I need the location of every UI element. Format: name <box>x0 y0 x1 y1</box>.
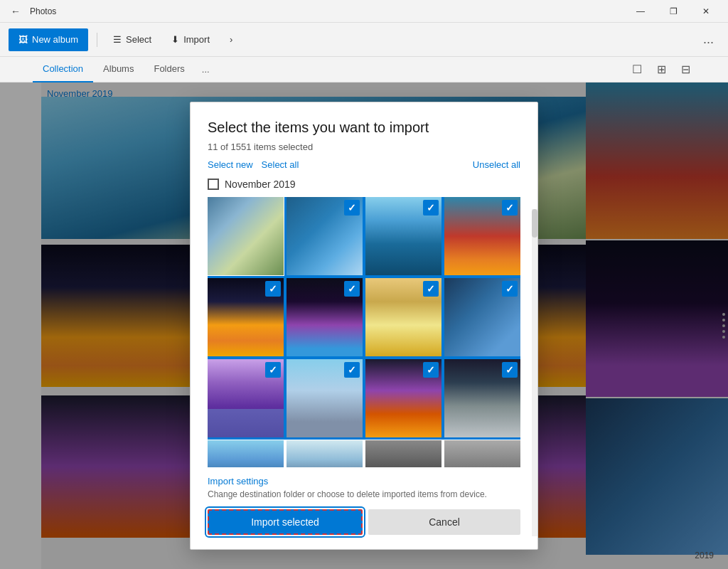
import-settings-link[interactable]: Import settings <box>208 476 520 486</box>
photo-item[interactable] <box>287 440 363 467</box>
app-toolbar: 🖼 New album ☰ Select ⬇ Import › ... <box>0 23 728 57</box>
selection-checkmark: ✓ <box>265 362 281 378</box>
selection-checkmark: ✓ <box>344 362 360 378</box>
unselect-all-link[interactable]: Unselect all <box>473 159 520 170</box>
more-button[interactable]: ... <box>697 29 719 50</box>
window-controls: — ❐ ✕ <box>624 0 722 23</box>
photo-item[interactable]: ✓ <box>208 359 284 437</box>
main-content: November 2019 2019 <box>0 83 728 569</box>
selection-checkmark: ✓ <box>502 281 518 297</box>
view-grid-button[interactable]: ⊞ <box>651 60 671 80</box>
photo-item[interactable]: ✓ <box>444 278 520 356</box>
close-button[interactable]: ✕ <box>690 0 722 23</box>
select-label: Select <box>126 34 151 45</box>
nav-tabs: Collection Albums Folders ... ☐ ⊞ ⊟ <box>0 57 728 83</box>
chevron-right-icon: › <box>230 34 232 45</box>
photo-item[interactable]: ✓ <box>365 359 441 437</box>
app-title: Photos <box>30 6 56 16</box>
toolbar-separator <box>97 33 97 47</box>
dialog-title: Select the items you want to import <box>208 119 520 136</box>
photo-item[interactable]: ✓ <box>444 197 520 275</box>
photo-item[interactable] <box>208 197 284 275</box>
select-new-link[interactable]: Select new <box>208 159 253 170</box>
import-selected-button[interactable]: Import selected <box>208 509 363 535</box>
photo-item[interactable]: ✓ <box>208 278 284 356</box>
select-icon: ☰ <box>113 34 122 45</box>
import-settings-desc: Change destination folder or choose to d… <box>208 489 520 499</box>
selection-checkmark: ✓ <box>502 362 518 378</box>
import-dialog: Select the items you want to import 11 o… <box>190 102 538 550</box>
dialog-subtitle: 11 of 1551 items selected <box>208 142 520 152</box>
back-button[interactable]: ← <box>6 1 26 21</box>
view-single-button[interactable]: ☐ <box>627 60 647 80</box>
dialog-scrollbar[interactable] <box>532 209 537 536</box>
dialog-top-actions: Select new Select all Unselect all <box>208 159 520 170</box>
select-all-link[interactable]: Select all <box>262 159 299 170</box>
selection-checkmark: ✓ <box>265 281 281 297</box>
selection-checkmark: ✓ <box>423 200 439 216</box>
photo-item[interactable] <box>208 440 284 467</box>
photo-grid: ✓ ✓ ✓ ✓ ✓ ✓ ✓ <box>208 197 520 467</box>
minimize-button[interactable]: — <box>624 0 657 23</box>
import-icon: ⬇ <box>171 34 179 45</box>
photo-item[interactable] <box>444 440 520 467</box>
selection-checkmark: ✓ <box>344 200 360 216</box>
chevron-button[interactable]: › <box>223 28 240 51</box>
import-button[interactable]: ⬇ Import <box>164 28 217 51</box>
titlebar: ← Photos — ❐ ✕ <box>0 0 728 23</box>
album-icon: 🖼 <box>18 34 28 45</box>
view-controls: ☐ ⊞ ⊟ <box>627 60 695 80</box>
tab-folders[interactable]: Folders <box>144 57 194 83</box>
selection-checkmark: ✓ <box>423 362 439 378</box>
new-album-button[interactable]: 🖼 New album <box>9 28 88 51</box>
nav-more-button[interactable]: ... <box>198 61 214 78</box>
selection-checkmark: ✓ <box>423 281 439 297</box>
selection-checkmark: ✓ <box>502 200 518 216</box>
new-album-label: New album <box>32 34 78 45</box>
group-header: November 2019 <box>208 179 520 190</box>
cancel-button[interactable]: Cancel <box>368 509 520 535</box>
tab-albums[interactable]: Albums <box>93 57 144 83</box>
photo-item[interactable]: ✓ <box>287 197 363 275</box>
dialog-buttons: Import selected Cancel <box>208 509 520 535</box>
select-button[interactable]: ☰ Select <box>106 28 159 51</box>
photo-item[interactable] <box>365 440 441 467</box>
photo-item[interactable]: ✓ <box>287 359 363 437</box>
selection-checkmark: ✓ <box>344 281 360 297</box>
photo-item[interactable]: ✓ <box>365 278 441 356</box>
photo-item[interactable]: ✓ <box>287 278 363 356</box>
group-label: November 2019 <box>225 179 296 190</box>
photo-item[interactable]: ✓ <box>444 359 520 437</box>
view-small-grid-button[interactable]: ⊟ <box>675 60 695 80</box>
restore-button[interactable]: ❐ <box>657 0 690 23</box>
scrollbar-thumb[interactable] <box>532 209 537 238</box>
photo-item[interactable]: ✓ <box>365 197 441 275</box>
import-label: Import <box>183 34 210 45</box>
group-checkbox[interactable] <box>208 179 219 190</box>
tab-collection[interactable]: Collection <box>33 57 93 83</box>
